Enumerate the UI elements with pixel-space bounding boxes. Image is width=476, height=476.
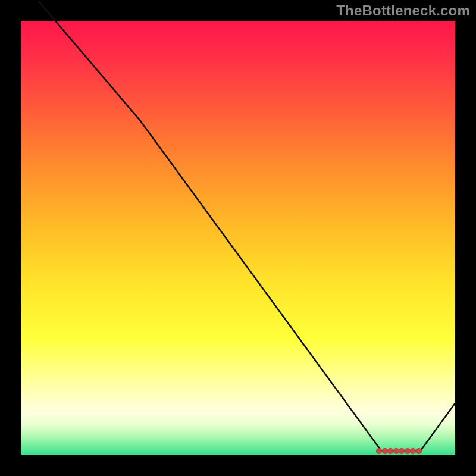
- data-marker: [416, 448, 422, 454]
- data-marker: [376, 448, 382, 454]
- data-marker: [405, 448, 411, 454]
- data-marker: [399, 448, 405, 454]
- chart-root: TheBottleneck.com: [0, 0, 476, 476]
- marker-layer: [21, 21, 455, 455]
- data-marker: [387, 448, 393, 454]
- watermark-text: TheBottleneck.com: [336, 2, 470, 19]
- data-marker: [410, 448, 416, 454]
